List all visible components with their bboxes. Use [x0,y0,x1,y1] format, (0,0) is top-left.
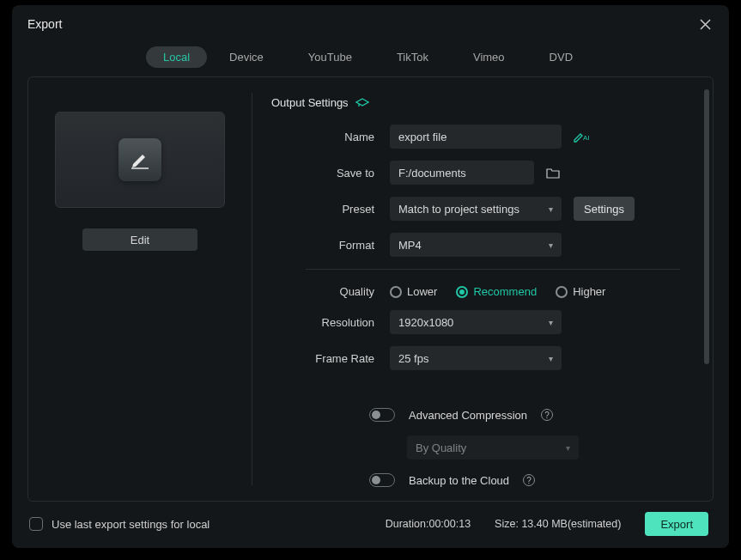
name-label: Name [271,131,390,143]
row-compression-mode: By Quality ▾ [289,435,680,460]
divider [306,269,680,270]
row-preset: Preset Match to project settings ▾ Setti… [271,197,680,221]
radio-icon [390,286,402,298]
preview-pane: Edit [28,77,252,501]
ai-pencil-icon: AI [574,131,591,143]
graduation-cap-icon[interactable] [355,98,369,108]
folder-icon [546,167,560,179]
settings-pane: Output Settings Name AI Save to [252,77,713,501]
format-select[interactable]: MP4 ▾ [390,233,562,257]
tab-device[interactable]: Device [212,46,281,68]
chevron-down-icon: ▾ [549,240,553,250]
resolution-select[interactable]: 1920x1080 ▾ [390,310,562,334]
preview-thumbnail[interactable] [55,112,225,208]
compression-mode-select: By Quality ▾ [407,435,579,460]
framerate-value: 25 fps [398,352,428,365]
chevron-down-icon: ▾ [549,354,553,363]
preset-select[interactable]: Match to project settings ▾ [390,197,562,221]
backup-cloud-toggle[interactable] [369,473,395,487]
framerate-label: Frame Rate [271,352,390,365]
quality-recommend-radio[interactable]: Recommend [456,285,537,298]
close-button[interactable] [696,15,714,33]
use-last-settings-label: Use last export settings for local [52,518,210,531]
tab-tiktok[interactable]: TikTok [380,46,446,68]
preset-label: Preset [271,203,390,216]
scrollbar-thumb[interactable] [704,89,709,364]
svg-text:AI: AI [583,134,590,142]
quality-lower-label: Lower [407,285,437,298]
chevron-down-icon: ▾ [549,318,553,327]
radio-icon [456,286,468,298]
row-quality: Quality Lower Recommend Higher [271,285,680,298]
tab-local[interactable]: Local [146,46,207,68]
chevron-down-icon: ▾ [549,204,553,214]
size-info: Size: 13.40 MB(estimated) [495,518,621,530]
content: Edit Output Settings Name AI Save to [27,76,714,502]
dialog-title: Export [27,17,62,31]
saveto-input[interactable] [390,161,534,185]
backup-cloud-label: Backup to the Cloud [409,474,509,487]
compression-mode-value: By Quality [416,441,466,454]
duration-value: 00:00:13 [428,518,471,530]
scrollbar[interactable] [704,89,709,476]
row-framerate: Frame Rate 25 fps ▾ [271,346,680,370]
help-icon[interactable]: ? [541,409,553,421]
export-button[interactable]: Export [645,512,708,536]
titlebar: Export [12,5,729,41]
size-label: Size: [495,518,519,530]
row-name: Name AI [271,125,680,149]
footer-left: Use last export settings for local [29,517,377,531]
output-settings-label: Output Settings [271,96,349,109]
row-resolution: Resolution 1920x1080 ▾ [271,310,680,334]
preset-settings-button[interactable]: Settings [574,197,635,221]
format-label: Format [271,239,390,252]
help-icon[interactable]: ? [523,474,535,486]
quality-recommend-label: Recommend [473,285,537,298]
resolution-label: Resolution [271,316,390,329]
output-settings-header: Output Settings [271,96,680,109]
close-icon [700,19,711,30]
tab-dvd[interactable]: DVD [532,46,590,68]
quality-higher-radio[interactable]: Higher [556,285,605,298]
chevron-down-icon: ▾ [566,443,570,453]
browse-folder-button[interactable] [546,167,560,179]
resolution-value: 1920x1080 [398,316,453,329]
footer: Use last export settings for local Durat… [12,502,729,548]
row-format: Format MP4 ▾ [271,233,680,257]
tab-vimeo[interactable]: Vimeo [456,46,522,68]
row-backup-cloud: Backup to the Cloud ? [369,473,680,487]
name-input[interactable] [390,125,562,149]
ai-name-button[interactable]: AI [574,131,591,143]
advanced-compression-toggle[interactable] [369,408,395,422]
export-tabs: Local Device YouTube TikTok Vimeo DVD [12,41,729,76]
quality-radios: Lower Recommend Higher [390,285,605,298]
quality-label: Quality [271,285,390,298]
export-dialog: Export Local Device YouTube TikTok Vimeo… [12,5,729,548]
duration-label: Duration: [386,518,429,530]
advanced-compression-label: Advanced Compression [409,409,527,422]
format-value: MP4 [398,239,422,252]
edit-button[interactable]: Edit [82,228,197,251]
edit-pencil-tile-icon [118,138,161,181]
size-value: 13.40 MB(estimated) [521,518,621,530]
use-last-settings-checkbox[interactable] [29,517,43,531]
duration-info: Duration:00:00:13 [386,518,471,530]
preset-value: Match to project settings [398,203,519,216]
radio-icon [556,286,568,298]
quality-higher-label: Higher [573,285,605,298]
framerate-select[interactable]: 25 fps ▾ [390,346,562,370]
tab-youtube[interactable]: YouTube [291,46,369,68]
row-advanced-compression: Advanced Compression ? [369,408,680,422]
saveto-label: Save to [271,167,390,180]
row-saveto: Save to [271,161,680,185]
quality-lower-radio[interactable]: Lower [390,285,437,298]
